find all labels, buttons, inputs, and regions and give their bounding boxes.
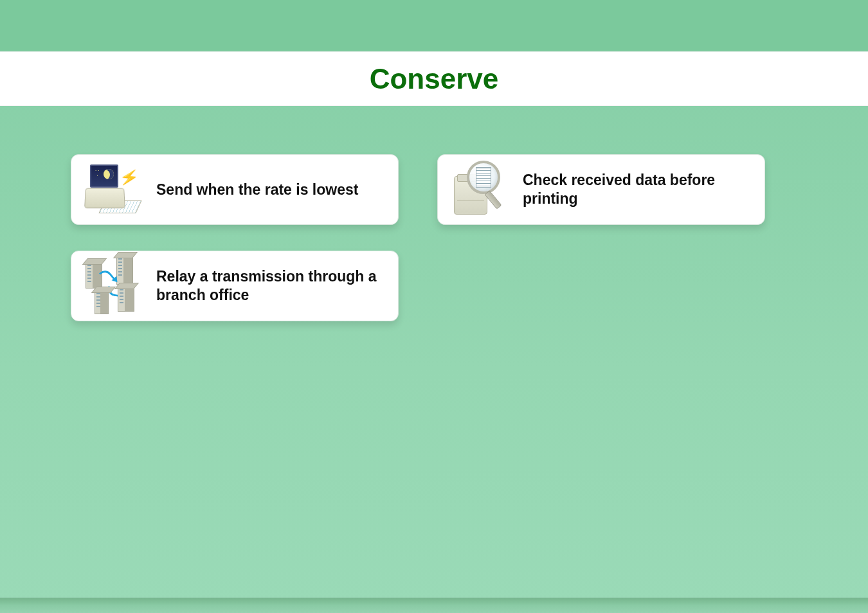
buildings-relay-icon — [79, 257, 143, 315]
left-column: · · · ⚡ Send when the rate is lowest — [71, 154, 399, 321]
card-label: Check received data before printing — [523, 171, 752, 208]
title-bar: Conserve — [0, 51, 868, 106]
page-root: Conserve · · · ⚡ Send when the rate is l… — [0, 0, 868, 613]
page-title: Conserve — [370, 63, 499, 95]
card-send-lowest-rate[interactable]: · · · ⚡ Send when the rate is lowest — [71, 154, 399, 225]
content-area: · · · ⚡ Send when the rate is lowest — [0, 106, 868, 321]
card-check-before-printing[interactable]: Check received data before printing — [437, 154, 765, 225]
top-spacer — [0, 0, 868, 51]
card-relay-branch-office[interactable]: Relay a transmission through a branch of… — [71, 251, 399, 321]
card-label: Relay a transmission through a branch of… — [156, 267, 385, 305]
footer-strip — [0, 598, 868, 613]
card-label: Send when the rate is lowest — [156, 181, 358, 199]
right-column: Check received data before printing — [437, 154, 765, 321]
night-fax-icon: · · · ⚡ — [79, 161, 143, 218]
printer-magnify-icon — [446, 161, 510, 218]
